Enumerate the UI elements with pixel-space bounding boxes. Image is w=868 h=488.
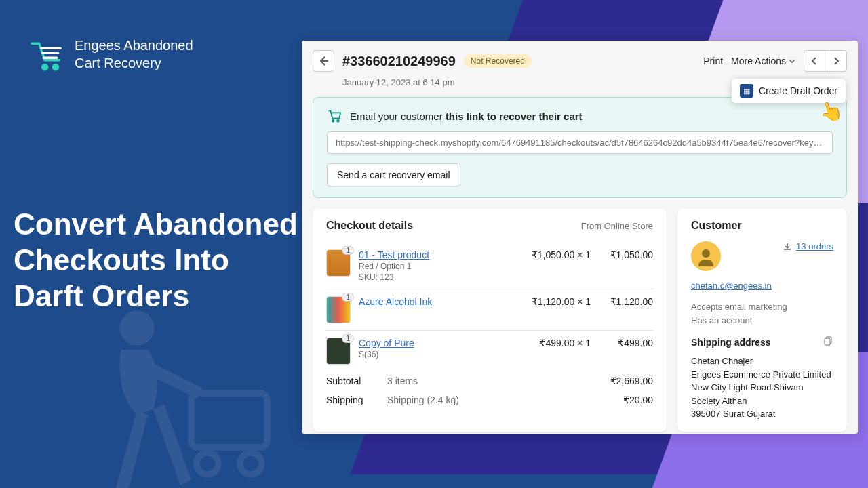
more-actions-label: More Actions bbox=[731, 56, 786, 66]
svg-point-1 bbox=[54, 65, 58, 70]
line-total: ₹499.00 bbox=[599, 338, 653, 348]
chevron-left-icon bbox=[811, 57, 818, 65]
brand-line1: Engees Abandoned bbox=[75, 37, 193, 54]
copy-icon bbox=[824, 336, 833, 346]
product-thumbnail: 1 bbox=[326, 338, 351, 365]
line-item: 1 Copy of Pure S(36) ₹499.00 × 1 ₹499.00 bbox=[326, 331, 653, 371]
qty-badge: 1 bbox=[342, 293, 354, 302]
shipping-desc: Shipping (2.4 kg) bbox=[387, 394, 599, 405]
recovery-card: Email your customer this link to recover… bbox=[313, 97, 847, 198]
avatar bbox=[691, 241, 721, 271]
checkout-source: From Online Store bbox=[581, 221, 653, 231]
shipping-value: ₹20.00 bbox=[599, 394, 653, 405]
customer-card: Customer 13 orders chetan.c@engees.in Ac… bbox=[677, 209, 847, 432]
recovery-instruction: Email your customer this link to recover… bbox=[350, 110, 583, 122]
cart-logo-icon bbox=[27, 35, 65, 73]
svg-point-4 bbox=[197, 453, 218, 474]
brand-logo: Engees Abandoned Cart Recovery bbox=[27, 35, 193, 73]
headline: Convert Abandoned Checkouts Into Darft O… bbox=[14, 207, 298, 314]
brand-line2: Cart Recovery bbox=[75, 54, 193, 72]
subtotal-label: Subtotal bbox=[326, 375, 387, 386]
line-item: 1 01 - Test product Red / Option 1 SKU: … bbox=[326, 243, 653, 289]
product-thumbnail: 1 bbox=[326, 296, 351, 323]
product-thumbnail: 1 bbox=[326, 249, 351, 277]
download-icon bbox=[783, 242, 792, 251]
cart-icon bbox=[327, 108, 342, 123]
copy-address-button[interactable] bbox=[824, 336, 833, 348]
silhouette-decoration bbox=[61, 296, 278, 488]
shipping-address-title: Shipping address bbox=[691, 337, 770, 348]
send-recovery-email-button[interactable]: Send a cart recovery email bbox=[327, 163, 460, 186]
recovery-url-input[interactable]: https://test-shipping-check.myshopify.co… bbox=[327, 131, 833, 154]
product-sku: SKU: 123 bbox=[359, 272, 515, 282]
svg-point-8 bbox=[702, 249, 710, 258]
qty-badge: 1 bbox=[342, 334, 354, 343]
product-link[interactable]: Azure Alcohol Ink bbox=[359, 296, 515, 307]
shipping-line1: Engees Ecommerce Private Limited New Cit… bbox=[691, 368, 833, 408]
shipping-label: Shipping bbox=[326, 394, 387, 405]
subtotal-desc: 3 items bbox=[387, 375, 599, 386]
svg-rect-3 bbox=[191, 393, 267, 447]
prev-button[interactable] bbox=[804, 50, 825, 72]
print-link[interactable]: Print bbox=[703, 56, 723, 66]
user-icon bbox=[696, 246, 716, 266]
shipping-line2: 395007 Surat Gujarat bbox=[691, 407, 833, 421]
svg-point-2 bbox=[119, 310, 154, 345]
line-total: ₹1,050.00 bbox=[599, 249, 653, 260]
create-draft-order-item[interactable]: ▦ Create Draft Order bbox=[732, 79, 846, 103]
chevron-right-icon bbox=[833, 57, 840, 65]
order-id: #33660210249969 bbox=[342, 54, 456, 69]
shipping-name: Chetan Chhajer bbox=[691, 354, 833, 368]
unit-price: ₹1,120.00 × 1 bbox=[523, 296, 591, 307]
svg-point-6 bbox=[332, 120, 334, 122]
status-badge: Not Recovered bbox=[464, 54, 532, 68]
svg-point-0 bbox=[43, 65, 47, 70]
unit-price: ₹499.00 × 1 bbox=[523, 338, 591, 348]
back-button[interactable] bbox=[313, 50, 334, 72]
checkout-details-title: Checkout details bbox=[326, 220, 413, 232]
line-total: ₹1,120.00 bbox=[599, 296, 653, 307]
product-link[interactable]: Copy of Pure bbox=[359, 338, 515, 348]
line-item: 1 Azure Alcohol Ink ₹1,120.00 × 1 ₹1,120… bbox=[326, 289, 653, 331]
subtotal-value: ₹2,669.00 bbox=[599, 375, 653, 386]
next-button[interactable] bbox=[825, 50, 847, 72]
customer-meta: Has an account bbox=[691, 314, 833, 327]
product-link[interactable]: 01 - Test product bbox=[359, 249, 515, 260]
app-window: #33660210249969 Not Recovered Print More… bbox=[302, 41, 858, 434]
chevron-down-icon bbox=[789, 59, 795, 63]
checkout-details-card: Checkout details From Online Store 1 01 … bbox=[313, 209, 667, 432]
create-draft-order-label: Create Draft Order bbox=[759, 85, 837, 96]
customer-email-link[interactable]: chetan.c@engees.in bbox=[691, 281, 833, 291]
draft-order-icon: ▦ bbox=[740, 84, 753, 98]
customer-meta: Accepts email marketing bbox=[691, 300, 833, 314]
more-actions-menu[interactable]: More Actions bbox=[731, 56, 795, 66]
arrow-left-icon bbox=[318, 56, 329, 66]
orders-link[interactable]: 13 orders bbox=[783, 241, 833, 251]
unit-price: ₹1,050.00 × 1 bbox=[523, 249, 591, 260]
svg-point-5 bbox=[240, 453, 262, 474]
svg-rect-10 bbox=[825, 338, 830, 345]
product-variant: Red / Option 1 bbox=[359, 262, 515, 271]
svg-point-7 bbox=[337, 120, 339, 122]
customer-title: Customer bbox=[691, 220, 833, 232]
qty-badge: 1 bbox=[342, 246, 354, 255]
product-variant: S(36) bbox=[359, 350, 515, 359]
